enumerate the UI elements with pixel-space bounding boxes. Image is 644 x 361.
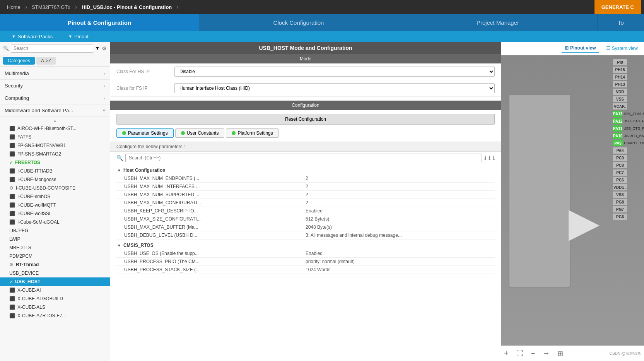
system-view-btn[interactable]: ☰ System view bbox=[603, 44, 641, 53]
sidebar-item-usbd-composite[interactable]: ⚙ I-CUBE-USBD-COMPOSITE bbox=[0, 184, 110, 192]
mode-fs-select[interactable]: Human Interface Host Class (HID) bbox=[174, 83, 495, 93]
list-item[interactable]: PC9 bbox=[613, 155, 644, 161]
list-item[interactable]: PA13SYS_JTMS-SWDIO bbox=[613, 111, 644, 117]
param-value[interactable]: Enabled bbox=[306, 208, 487, 214]
nav-home[interactable]: Home bbox=[3, 4, 24, 10]
list-item[interactable]: PG6 bbox=[613, 214, 644, 220]
sidebar-item-rtthread[interactable]: ⚙ RT-Thread bbox=[0, 260, 110, 269]
list-item[interactable]: PI0 bbox=[613, 59, 644, 65]
zoom-in-button[interactable]: + bbox=[504, 349, 509, 358]
mode-hs-select[interactable]: Disable bbox=[174, 67, 495, 77]
param-value[interactable]: priority: normal (default) bbox=[306, 259, 487, 264]
sidebar-item-fatfs[interactable]: ⬛ FATFS bbox=[0, 133, 110, 141]
list-item[interactable]: PG7 bbox=[613, 206, 644, 212]
sub-tab-pinout[interactable]: ▼ Pinout bbox=[60, 34, 96, 39]
sidebar-item-xcube-als[interactable]: ⬛ X-CUBE-ALS bbox=[0, 303, 110, 311]
info-circle2-icon[interactable]: ℹ bbox=[489, 155, 490, 161]
sidebar-item-usb-device[interactable]: USB_DEVICE bbox=[0, 269, 110, 277]
list-item[interactable]: PA9USART1_TX bbox=[613, 140, 644, 146]
info-icon-right[interactable]: ℹ bbox=[493, 155, 495, 161]
param-tab-settings[interactable]: Parameter Settings bbox=[116, 128, 174, 138]
sidebar-item-mongoose[interactable]: ⬛ I-CUBE-Mongoose bbox=[0, 175, 110, 184]
generate-button[interactable]: GENERATE C bbox=[594, 0, 641, 14]
list-item[interactable]: PC7 bbox=[613, 169, 644, 176]
param-search-input[interactable] bbox=[125, 154, 482, 162]
list-item[interactable]: PH13 bbox=[613, 81, 644, 87]
sidebar-item-embos[interactable]: ⬛ I-CUBE-embOS bbox=[0, 192, 110, 201]
zoom-out-button[interactable]: − bbox=[531, 349, 535, 358]
param-value[interactable]: 512 Byte(s) bbox=[306, 216, 487, 222]
param-tab-platform[interactable]: Platform Settings bbox=[226, 128, 278, 138]
sidebar-item-wolfmqtt[interactable]: ⬛ I-CUBE-wolfMQTT bbox=[0, 201, 110, 209]
sidebar-item-wolfssl[interactable]: ⬛ I-CUBE-wolfSSL bbox=[0, 209, 110, 218]
sidebar-item-pdm2pcm[interactable]: PDM2PCM bbox=[0, 252, 110, 260]
category-multimedia[interactable]: Multimedia › bbox=[0, 67, 110, 80]
tab-pinout[interactable]: Pinout & Configuration bbox=[0, 14, 199, 31]
host-config-header[interactable]: ▼ Host Configuration bbox=[116, 166, 495, 175]
sidebar-item-som-ugoal[interactable]: ⬛ I-Cube-SoM-uGOAL bbox=[0, 218, 110, 226]
dropdown-icon[interactable]: ▼ bbox=[95, 46, 100, 51]
tab-project[interactable]: Project Manager bbox=[398, 14, 598, 31]
list-item[interactable]: VCAP.. bbox=[613, 103, 644, 109]
list-item[interactable]: PA12USB_OTG_FS_DP bbox=[613, 118, 644, 124]
param-value[interactable]: 2 bbox=[306, 192, 487, 197]
sub-tab-software[interactable]: ▼ Software Packs bbox=[4, 34, 60, 39]
list-item[interactable]: PG8 bbox=[613, 199, 644, 205]
freertos-label: FREERTOS bbox=[15, 160, 40, 165]
sidebar-item-xcube-ai[interactable]: ⬛ X-CUBE-AI bbox=[0, 286, 110, 294]
sidebar-item-xcube-azrtos[interactable]: ⬛ X-CUBE-AZRTOS-F7... bbox=[0, 311, 110, 320]
sidebar-item-libjpeg[interactable]: LIBJPEG bbox=[0, 226, 110, 235]
search-input[interactable] bbox=[11, 44, 93, 53]
gear-icon-rtthread: ⚙ bbox=[9, 262, 14, 267]
param-value[interactable]: 2048 Byte(s) bbox=[306, 224, 487, 230]
tab-categories[interactable]: Categories bbox=[3, 57, 35, 65]
param-value[interactable]: 2 bbox=[306, 184, 487, 189]
list-item[interactable]: VDDU.. bbox=[613, 184, 644, 190]
sidebar-item-freertos[interactable]: ✔ FREERTOS bbox=[0, 158, 110, 167]
tab-clock[interactable]: Clock Configuration bbox=[199, 14, 398, 31]
param-value[interactable]: 2 bbox=[306, 176, 487, 181]
sidebar-item-mbedtls[interactable]: MBEDTLS bbox=[0, 243, 110, 252]
list-item[interactable]: VSS bbox=[613, 96, 644, 102]
list-item[interactable]: PA11USB_OTG_FS_DM bbox=[613, 125, 644, 132]
param-value[interactable]: Enabled bbox=[306, 251, 487, 256]
list-item[interactable]: PC8 bbox=[613, 162, 644, 168]
sidebar: 🔍 ▼ ⚙ Categories A->Z Multimedia › Secur… bbox=[0, 42, 110, 361]
pinout-view-btn[interactable]: ⊞ Pinout view bbox=[562, 44, 599, 53]
category-computing[interactable]: Computing › bbox=[0, 92, 110, 104]
param-value[interactable]: 3: All messages and internal debug messa… bbox=[306, 233, 487, 238]
zoom-fit-button[interactable]: ⛶ bbox=[516, 349, 523, 358]
sidebar-item-xcube-algo[interactable]: ⬛ X-CUBE-ALGOBUILD bbox=[0, 294, 110, 303]
info-circle-icon[interactable]: ℹ bbox=[484, 155, 486, 161]
category-middleware[interactable]: Middleware and Software Pa... ▾ bbox=[0, 104, 110, 117]
sidebar-item-ittiadb[interactable]: ⬛ I-CUBE-ITTIADB bbox=[0, 167, 110, 175]
nav-breadcrumb2[interactable]: HID_USB.ioc - Pinout & Configuration bbox=[78, 4, 176, 10]
wolfmqtt-label: I-CUBE-wolfMQTT bbox=[17, 202, 56, 208]
scroll-up-icon[interactable]: ▲ bbox=[53, 118, 57, 123]
sidebar-item-lwip[interactable]: LWIP bbox=[0, 235, 110, 243]
list-item[interactable]: PH14 bbox=[613, 74, 644, 80]
tab-atoz[interactable]: A->Z bbox=[36, 57, 56, 65]
list-item[interactable]: VDD bbox=[613, 89, 644, 95]
list-item[interactable]: PC6 bbox=[613, 177, 644, 183]
tab-to[interactable]: To bbox=[598, 14, 644, 31]
sidebar-item-usb-host[interactable]: ✔ USB_HOST bbox=[0, 277, 110, 286]
list-item[interactable]: PA10USART1_RX bbox=[613, 133, 644, 139]
settings-icon[interactable]: ⚙ bbox=[102, 45, 107, 51]
param-tab-user-constants[interactable]: User Constants bbox=[175, 128, 225, 138]
param-value[interactable]: 1024 Words bbox=[306, 267, 487, 272]
cmsis-rtos-header[interactable]: ▼ CMSIS_RTOS bbox=[116, 241, 495, 250]
list-item[interactable]: PA8 bbox=[613, 147, 644, 154]
grid-view-button[interactable]: ⊞ bbox=[557, 349, 563, 358]
sidebar-item-fp-sns1[interactable]: ⬛ FP-SNS-MOTENVWB1 bbox=[0, 141, 110, 150]
sidebar-item-airoc[interactable]: ⬛ AIROC-Wi-Fi-Bluetooth-ST... bbox=[0, 124, 110, 133]
category-security[interactable]: Security › bbox=[0, 80, 110, 92]
list-item[interactable]: PH15 bbox=[613, 67, 644, 73]
reset-config-button[interactable]: Reset Configuration bbox=[116, 114, 495, 125]
nav-breadcrumb1[interactable]: STM32F767IGTx bbox=[28, 4, 74, 10]
list-item[interactable]: VSS bbox=[613, 192, 644, 198]
pan-button[interactable]: ↔ bbox=[543, 349, 550, 358]
param-tab-bar: Parameter Settings User Constants Platfo… bbox=[110, 128, 501, 138]
sidebar-item-fp-sns2[interactable]: ⬛ FP-SNS-SMARTAG2 bbox=[0, 150, 110, 158]
param-value[interactable]: 2 bbox=[306, 200, 487, 205]
